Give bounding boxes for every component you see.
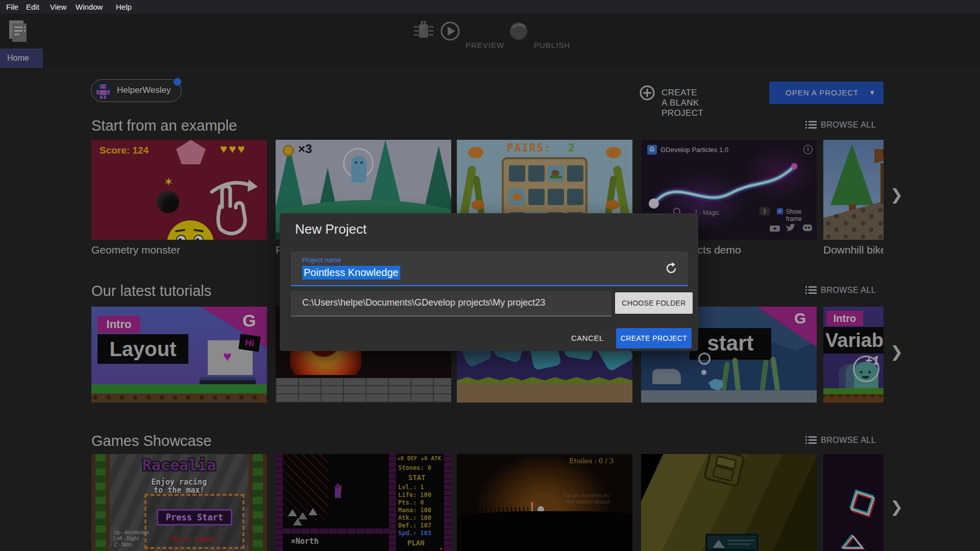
project-name-label: Project name (302, 256, 341, 264)
project-name-field[interactable]: Project name Pointless Knowledge (291, 252, 688, 286)
create-project-button[interactable]: CREATE PROJECT (616, 328, 692, 348)
dialog-title: New Project (295, 221, 366, 237)
app-window: File Edit View Window Help PREVIEW (0, 0, 980, 551)
menu-window[interactable]: Window (76, 0, 103, 14)
menu-bar: File Edit View Window Help (0, 0, 980, 14)
project-path-value: C:\Users\helpe\Documents\GDevelop projec… (302, 297, 545, 308)
regenerate-name-icon[interactable] (665, 262, 678, 275)
menu-file[interactable]: File (6, 0, 18, 14)
choose-folder-button[interactable]: CHOOSE FOLDER (615, 292, 693, 314)
menu-help[interactable]: Help (116, 0, 132, 14)
menu-edit[interactable]: Edit (26, 0, 39, 14)
menu-view[interactable]: View (50, 0, 66, 14)
project-name-value[interactable]: Pointless Knowledge (302, 266, 400, 280)
project-path-field[interactable]: C:\Users\helpe\Documents\GDevelop projec… (291, 291, 611, 316)
cancel-button[interactable]: CANCEL (571, 334, 604, 342)
new-project-dialog: New Project Project name Pointless Knowl… (280, 213, 698, 351)
